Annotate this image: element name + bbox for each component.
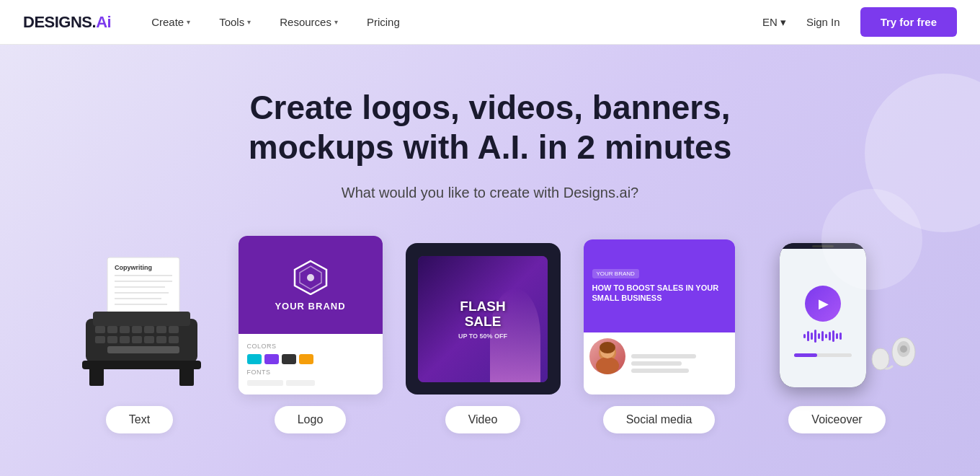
svg-rect-14 — [144, 326, 154, 333]
social-text-line-3 — [631, 369, 689, 373]
color-swatch-4 — [299, 354, 313, 364]
font-swatch-1 — [247, 380, 283, 386]
card-logo-label: Logo — [275, 406, 347, 433]
svg-rect-13 — [132, 326, 142, 333]
svg-rect-27 — [179, 368, 194, 386]
svg-rect-18 — [107, 336, 117, 343]
color-swatch-2 — [264, 354, 279, 364]
svg-rect-24 — [107, 346, 179, 353]
social-headline: HOW TO BOOST SALES IN YOUR SMALL BUSINES… — [592, 283, 726, 304]
svg-rect-9 — [93, 312, 190, 326]
cards-row: Copywriting — [29, 236, 951, 433]
nav-right: EN ▾ Sign In Try for free — [762, 7, 957, 37]
card-text-label: Text — [106, 406, 173, 433]
sign-in-link[interactable]: Sign In — [798, 10, 849, 34]
nav-links: Create ▾ Tools ▾ Resources ▾ Pricing — [140, 10, 762, 34]
svg-rect-19 — [120, 336, 130, 343]
logo[interactable]: DESIGNS.Ai — [23, 13, 111, 32]
color-swatch-3 — [282, 354, 296, 364]
hero-section: Create logos, videos, banners, mockups w… — [0, 45, 980, 476]
social-text-line-1 — [631, 354, 696, 358]
typewriter-image: Copywriting — [64, 250, 215, 395]
tablet-screen: FLASHSALE UP TO 50% OFF — [418, 256, 548, 382]
card-text[interactable]: Copywriting — [64, 250, 215, 433]
social-image: YOUR BRAND HOW TO BOOST SALES IN YOUR SM… — [584, 239, 735, 395]
chevron-down-icon: ▾ — [187, 18, 190, 26]
svg-rect-22 — [156, 336, 166, 343]
chevron-down-icon: ▾ — [247, 18, 251, 26]
hero-title: Create logos, videos, banners, mockups w… — [180, 88, 800, 167]
card-video[interactable]: FLASHSALE UP TO 50% OFF Video — [406, 243, 561, 433]
brand-name-text: YOUR BRAND — [275, 301, 345, 312]
svg-point-34 — [600, 342, 615, 353]
svg-point-38 — [872, 348, 889, 370]
phone-play-circle: ▶ — [805, 286, 841, 322]
social-text-line-2 — [631, 361, 682, 366]
svg-rect-17 — [95, 336, 105, 343]
try-free-button[interactable]: Try for free — [860, 7, 957, 37]
hero-subtitle: What would you like to create with Desig… — [342, 185, 638, 201]
chevron-down-icon: ▾ — [780, 16, 786, 29]
color-swatch-1 — [247, 354, 262, 364]
social-avatar — [589, 338, 625, 374]
brand-color-row — [247, 354, 374, 364]
voiceover-image: ▶ — [758, 239, 917, 395]
nav-item-resources[interactable]: Resources ▾ — [268, 10, 349, 34]
brand-fonts-label: Fonts — [247, 369, 374, 376]
waveform — [803, 327, 842, 345]
logo-text: DESIGNS.Ai — [23, 13, 111, 32]
svg-rect-20 — [132, 336, 142, 343]
nav-item-pricing[interactable]: Pricing — [355, 10, 411, 34]
card-social[interactable]: YOUR BRAND HOW TO BOOST SALES IN YOUR SM… — [584, 239, 735, 433]
navbar: DESIGNS.Ai Create ▾ Tools ▾ Resources ▾ … — [0, 0, 980, 45]
social-badge: YOUR BRAND — [592, 269, 639, 278]
font-swatch-2 — [286, 380, 315, 386]
nav-item-tools[interactable]: Tools ▾ — [208, 10, 262, 34]
language-selector[interactable]: EN ▾ — [762, 16, 786, 29]
brand-colors-label: Colors — [247, 343, 374, 350]
svg-point-30 — [307, 274, 314, 281]
svg-rect-23 — [169, 336, 179, 343]
svg-rect-26 — [89, 368, 104, 386]
svg-rect-15 — [156, 326, 166, 333]
svg-rect-12 — [120, 326, 130, 333]
card-social-label: Social media — [603, 406, 716, 433]
svg-point-32 — [596, 357, 619, 374]
svg-rect-10 — [95, 326, 105, 333]
logo-brand-image: YOUR BRAND Colors Fonts — [239, 236, 383, 395]
card-video-label: Video — [445, 406, 521, 433]
nav-item-create[interactable]: Create ▾ — [140, 10, 202, 34]
brand-fonts-row — [247, 380, 374, 386]
svg-rect-11 — [107, 326, 117, 333]
svg-point-37 — [900, 345, 907, 353]
card-voiceover-label: Voiceover — [788, 406, 885, 433]
tablet-image: FLASHSALE UP TO 50% OFF — [406, 243, 561, 395]
chevron-down-icon: ▾ — [334, 18, 338, 26]
svg-rect-21 — [144, 336, 154, 343]
svg-rect-16 — [169, 326, 179, 333]
phone-device: ▶ — [780, 243, 866, 387]
svg-text:Copywriting: Copywriting — [115, 264, 152, 271]
card-logo[interactable]: YOUR BRAND Colors Fonts — [239, 236, 383, 433]
progress-bar — [794, 353, 852, 357]
logo-ai: Ai — [96, 13, 111, 31]
card-voiceover[interactable]: ▶ — [758, 239, 917, 433]
earbuds — [866, 330, 920, 384]
